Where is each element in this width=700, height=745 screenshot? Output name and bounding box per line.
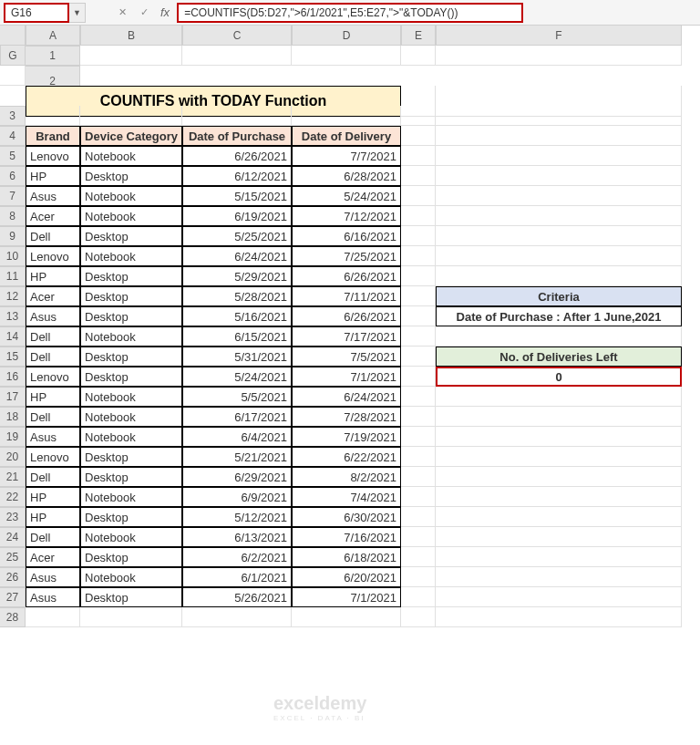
cell[interactable] — [436, 527, 682, 547]
cell-purchase-date[interactable]: 5/31/2021 — [182, 347, 292, 367]
cell-delivery-date[interactable]: 7/25/2021 — [292, 246, 401, 266]
cell[interactable] — [182, 106, 292, 126]
cell[interactable] — [26, 607, 80, 627]
cell[interactable] — [436, 326, 682, 347]
cell[interactable] — [401, 447, 436, 467]
cell-delivery-date[interactable]: 7/17/2021 — [292, 326, 401, 347]
enter-icon[interactable]: ✓ — [135, 4, 153, 22]
cell-category[interactable]: Desktop — [80, 547, 182, 567]
name-box[interactable]: G16 — [4, 3, 69, 23]
cell[interactable] — [401, 387, 436, 407]
cell[interactable] — [401, 266, 436, 286]
column-header-B[interactable]: B — [80, 26, 182, 46]
cell[interactable] — [436, 447, 682, 467]
row-header-18[interactable]: 18 — [0, 407, 26, 427]
cell-delivery-date[interactable]: 7/1/2021 — [292, 587, 401, 607]
row-header-10[interactable]: 10 — [0, 246, 26, 266]
cell[interactable] — [401, 607, 436, 627]
row-header-17[interactable]: 17 — [0, 387, 26, 407]
formula-input[interactable]: =COUNTIFS(D5:D27,">6/1/2021",E5:E27,">"&… — [177, 3, 523, 23]
cell-purchase-date[interactable]: 5/29/2021 — [182, 266, 292, 286]
cell[interactable] — [26, 106, 80, 126]
cell-delivery-date[interactable]: 7/5/2021 — [292, 347, 401, 367]
cell-purchase-date[interactable]: 6/4/2021 — [182, 427, 292, 447]
row-header-5[interactable]: 5 — [0, 146, 26, 166]
cell-brand[interactable]: HP — [26, 507, 80, 527]
cell[interactable] — [436, 126, 682, 146]
cell-delivery-date[interactable]: 5/24/2021 — [292, 186, 401, 206]
cell[interactable] — [292, 106, 401, 126]
cell[interactable] — [401, 46, 436, 66]
cell-category[interactable]: Desktop — [80, 306, 182, 326]
cell-brand[interactable]: Dell — [26, 326, 80, 347]
cell-category[interactable]: Desktop — [80, 467, 182, 487]
cell[interactable] — [436, 387, 682, 407]
cell-delivery-date[interactable]: 6/26/2021 — [292, 266, 401, 286]
column-header-C[interactable]: C — [182, 26, 292, 46]
cell-delivery-date[interactable]: 6/24/2021 — [292, 387, 401, 407]
row-header-11[interactable]: 11 — [0, 266, 26, 286]
cell[interactable] — [436, 106, 682, 126]
cell[interactable] — [401, 527, 436, 547]
cell-brand[interactable]: Lenovo — [26, 447, 80, 467]
cell-purchase-date[interactable]: 6/1/2021 — [182, 567, 292, 587]
cell[interactable] — [436, 467, 682, 487]
cell[interactable] — [401, 567, 436, 587]
cell[interactable] — [0, 66, 26, 86]
cell[interactable] — [436, 567, 682, 587]
row-header-15[interactable]: 15 — [0, 347, 26, 367]
row-header-22[interactable]: 22 — [0, 487, 26, 507]
cell[interactable] — [401, 246, 436, 266]
cell-purchase-date[interactable]: 6/13/2021 — [182, 527, 292, 547]
cell[interactable] — [401, 126, 436, 146]
column-header-F[interactable]: F — [436, 26, 682, 46]
cell-delivery-date[interactable]: 7/1/2021 — [292, 367, 401, 387]
cell-brand[interactable]: Dell — [26, 407, 80, 427]
cell-brand[interactable]: Dell — [26, 467, 80, 487]
cell-category[interactable]: Notebook — [80, 186, 182, 206]
row-header-12[interactable]: 12 — [0, 286, 26, 306]
row-header-14[interactable]: 14 — [0, 326, 26, 347]
cell[interactable] — [436, 246, 682, 266]
cell-brand[interactable]: Asus — [26, 306, 80, 326]
cell[interactable] — [80, 607, 182, 627]
cell-delivery-date[interactable]: 6/26/2021 — [292, 306, 401, 326]
cell[interactable] — [436, 226, 682, 246]
cell[interactable] — [401, 407, 436, 427]
cell[interactable] — [436, 427, 682, 447]
cell-purchase-date[interactable]: 5/12/2021 — [182, 507, 292, 527]
cell[interactable] — [401, 427, 436, 447]
row-header-25[interactable]: 25 — [0, 547, 26, 567]
cell[interactable] — [401, 487, 436, 507]
spreadsheet-grid[interactable]: ABCDEFG12COUNTIFS with TODAY Function34B… — [0, 26, 700, 627]
cell[interactable] — [436, 146, 682, 166]
cell-brand[interactable]: HP — [26, 166, 80, 186]
cell-purchase-date[interactable]: 5/28/2021 — [182, 286, 292, 306]
cell-purchase-date[interactable]: 6/12/2021 — [182, 166, 292, 186]
deliveries-value[interactable]: 0 — [436, 367, 682, 387]
cell-category[interactable]: Desktop — [80, 347, 182, 367]
cell-purchase-date[interactable]: 5/16/2021 — [182, 306, 292, 326]
cell-purchase-date[interactable]: 5/5/2021 — [182, 387, 292, 407]
cell-brand[interactable]: Asus — [26, 427, 80, 447]
cell[interactable] — [401, 146, 436, 166]
cell[interactable] — [436, 206, 682, 226]
cell-brand[interactable]: Asus — [26, 587, 80, 607]
row-header-24[interactable]: 24 — [0, 527, 26, 547]
cell-delivery-date[interactable]: 7/12/2021 — [292, 206, 401, 226]
cell[interactable] — [436, 587, 682, 607]
cell-purchase-date[interactable]: 5/25/2021 — [182, 226, 292, 246]
cell-brand[interactable]: Asus — [26, 186, 80, 206]
cell-brand[interactable]: Dell — [26, 527, 80, 547]
fx-icon[interactable]: fx — [160, 5, 170, 19]
cell-category[interactable]: Desktop — [80, 507, 182, 527]
row-header-16[interactable]: 16 — [0, 367, 26, 387]
cell-category[interactable]: Notebook — [80, 407, 182, 427]
cell-delivery-date[interactable]: 6/28/2021 — [292, 166, 401, 186]
cell-purchase-date[interactable]: 6/15/2021 — [182, 326, 292, 347]
cell-brand[interactable]: Lenovo — [26, 146, 80, 166]
name-box-dropdown[interactable]: ▼ — [69, 3, 86, 23]
row-header-13[interactable]: 13 — [0, 306, 26, 326]
cell-brand[interactable]: Acer — [26, 286, 80, 306]
cell-category[interactable]: Notebook — [80, 246, 182, 266]
